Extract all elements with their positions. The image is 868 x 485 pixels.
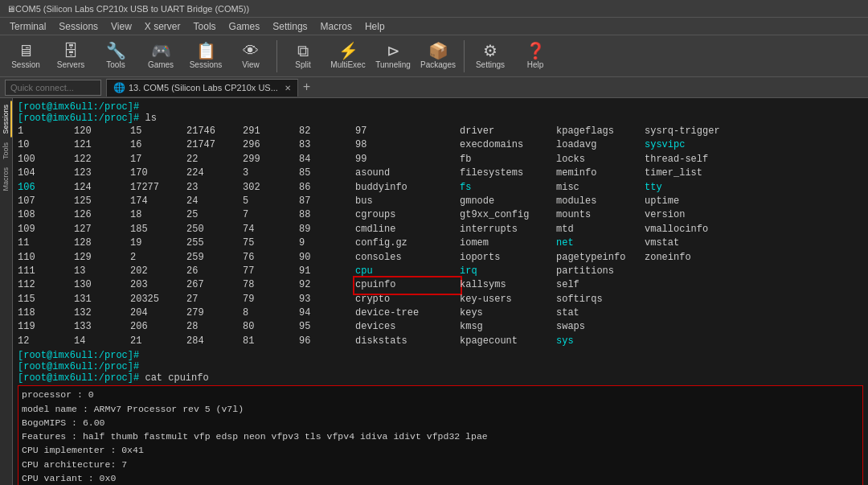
ls-col3: 15161717017277 17418185192 2022032032520… <box>130 125 186 348</box>
toolbar-packages[interactable]: 📦 Packages <box>417 38 459 75</box>
prompt-text-2: [root@imx6ull:/proc]# <box>18 113 139 124</box>
toolbar-help[interactable]: ❓ Help <box>514 38 556 75</box>
menu-games[interactable]: Games <box>223 18 267 35</box>
session-icon: 🖥 <box>18 43 34 59</box>
tab-bar: 🌐 13. COM5 (Silicon Labs CP210x US... ✕ … <box>106 77 863 97</box>
menu-view[interactable]: View <box>104 18 138 35</box>
cpuinfo-implementer: CPU implementer : 0x41 <box>22 443 859 457</box>
cat-cmd-line: [root@imx6ull:/proc]# cat cpuinfo <box>18 372 863 384</box>
toolbar-separator2 <box>464 40 465 72</box>
quick-connect-input[interactable] <box>5 80 101 96</box>
ls-col4: 21746217472222423 2425250255259 26267272… <box>186 125 243 348</box>
prompt-line-4: [root@imx6ull:/proc]# <box>18 361 863 372</box>
toolbar-servers[interactable]: 🗄 Servers <box>50 38 92 75</box>
tab-close-button[interactable]: ✕ <box>285 84 291 92</box>
settings-icon: ⚙ <box>483 43 497 59</box>
ls-cmd-text: ls <box>145 113 156 124</box>
ls-col5: 2912962993302 57747576 77787988081 <box>243 125 299 348</box>
main-area: Sessions Tools Macros [root@imx6ull:/pro… <box>0 98 868 485</box>
new-tab-button[interactable]: + <box>303 80 311 95</box>
sidebar-tab-macros[interactable]: Macros <box>1 164 12 195</box>
ls-col10: sysrq-triggersysvipcthread-selftimer_lis… <box>645 125 733 348</box>
toolbar-view[interactable]: 👁 View <box>230 38 272 75</box>
tab-globe-icon: 🌐 <box>113 82 125 93</box>
cpuinfo-variant: CPU variant : 0x0 <box>22 471 859 485</box>
ls-col2: 120121122123124 125126127128129 13130131… <box>74 125 130 348</box>
prompt-line-1: [root@imx6ull:/proc]# <box>18 101 863 113</box>
cpuinfo-processor: processor : 0 <box>22 388 859 401</box>
menu-sessions[interactable]: Sessions <box>52 18 104 35</box>
ls-col7: 979899asoundbuddyinfo buscgroupscmdlinec… <box>355 125 460 348</box>
ls-command-line: [root@imx6ull:/proc]# ls <box>18 113 863 124</box>
cpuinfo-bogomips: BogoMIPS : 6.00 <box>22 416 859 430</box>
prompt-text-1: [root@imx6ull:/proc]# <box>18 101 139 113</box>
titlebar-text: COM5 (Silicon Labs CP210x USB to UART Br… <box>15 4 249 14</box>
menubar: Terminal Sessions View X server Tools Ga… <box>0 18 868 35</box>
toolbar-tools[interactable]: 🔧 Tools <box>95 38 137 75</box>
toolbar-games[interactable]: 🎮 Games <box>140 38 182 75</box>
ls-col8: driverexecdomainsfbfilesystems fsgmnodeg… <box>460 125 556 348</box>
menu-help[interactable]: Help <box>358 18 391 35</box>
ls-col9: kpageflagsloadavglocksmeminfo miscmodule… <box>556 125 645 348</box>
ls-col6: 8283848586 878889990 919293949596 <box>299 125 355 348</box>
ls-output: 110100104106 10710810911110 111112115118… <box>18 125 863 348</box>
cpuinfo-highlighted-cell: cpuinfo <box>355 278 460 292</box>
sidebar-tab-tools[interactable]: Tools <box>1 139 12 162</box>
servers-icon: 🗄 <box>63 43 79 59</box>
view-icon: 👁 <box>243 43 259 59</box>
menu-tools[interactable]: Tools <box>187 18 223 35</box>
tools-icon: 🔧 <box>106 43 126 59</box>
toolbar-split[interactable]: ⧉ Split <box>282 38 324 75</box>
tab-com5[interactable]: 🌐 13. COM5 (Silicon Labs CP210x US... ✕ <box>106 79 298 97</box>
toolbar: 🖥 Session 🗄 Servers 🔧 Tools 🎮 Games 📋 Se… <box>0 35 868 77</box>
cpuinfo-features: Features : half thumb fastmult vfp edsp … <box>22 430 859 443</box>
terminal[interactable]: [root@imx6ull:/proc]# [root@imx6ull:/pro… <box>13 98 868 485</box>
toolbar-tunneling[interactable]: ⊳ Tunneling <box>372 38 414 75</box>
sessions-icon: 📋 <box>196 43 216 59</box>
cpuinfo-model-name: model name : ARMv7 Processor rev 5 (v7l) <box>22 402 859 416</box>
toolbar-multiexec[interactable]: ⚡ MultiExec <box>327 38 369 75</box>
cpuinfo-architecture: CPU architecture: 7 <box>22 458 859 471</box>
split-icon: ⧉ <box>297 43 309 59</box>
toolbar-sessions[interactable]: 📋 Sessions <box>185 38 227 75</box>
multiexec-icon: ⚡ <box>338 43 358 59</box>
games-icon: 🎮 <box>151 43 171 59</box>
ls-col1: 110100104106 10710810911110 111112115118… <box>18 125 74 348</box>
titlebar-icon: 🖥 <box>6 4 15 14</box>
toolbar-settings[interactable]: ⚙ Settings <box>469 38 511 75</box>
tunneling-icon: ⊳ <box>387 43 400 59</box>
toolbar-separator <box>276 40 277 72</box>
sidebar: Sessions Tools Macros <box>0 98 13 485</box>
cpuinfo-box: processor : 0 model name : ARMv7 Process… <box>18 385 863 485</box>
menu-macros[interactable]: Macros <box>314 18 358 35</box>
menu-settings[interactable]: Settings <box>266 18 313 35</box>
toolbar-session[interactable]: 🖥 Session <box>5 38 47 75</box>
titlebar: 🖥 COM5 (Silicon Labs CP210x USB to UART … <box>0 0 868 18</box>
menu-terminal[interactable]: Terminal <box>3 18 52 35</box>
prompt-line-3: [root@imx6ull:/proc]# <box>18 350 863 361</box>
packages-icon: 📦 <box>428 43 448 59</box>
addrbar: 🌐 13. COM5 (Silicon Labs CP210x US... ✕ … <box>0 77 868 98</box>
menu-xserver[interactable]: X server <box>138 18 187 35</box>
sidebar-tab-sessions[interactable]: Sessions <box>1 101 12 138</box>
help-icon: ❓ <box>526 43 546 59</box>
